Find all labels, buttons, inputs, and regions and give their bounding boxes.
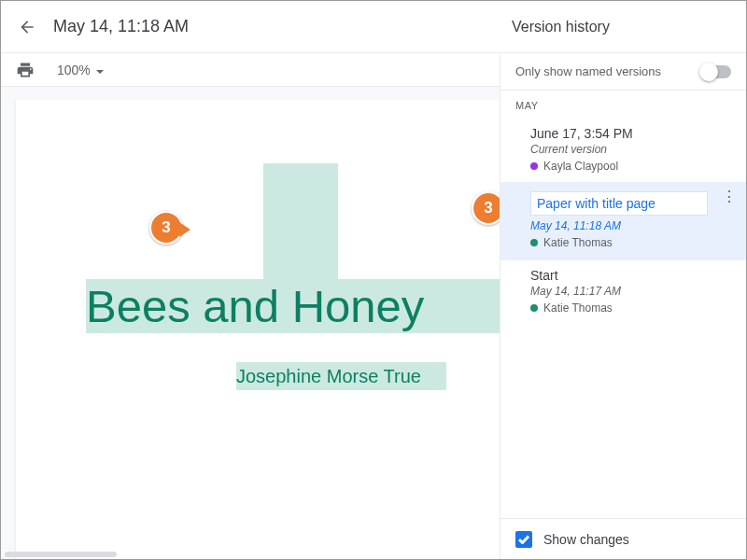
version-user: Katie Thomas (530, 301, 731, 315)
named-versions-label: Only show named versions (515, 64, 661, 78)
version-item[interactable]: June 17, 3:54 PM Current version Kayla C… (500, 119, 746, 182)
user-name: Katie Thomas (543, 236, 613, 249)
version-subtitle: May 14, 11:18 AM (530, 219, 731, 232)
change-highlight (263, 163, 338, 285)
panel-title: Version history (512, 1, 610, 53)
document-canvas: Bees and Honey Josephine Morse True (1, 87, 500, 559)
document-title: Bees and Honey (86, 279, 500, 333)
version-history-panel: Only show named versions MAY June 17, 3:… (500, 53, 746, 559)
user-name: Kayla Claypool (543, 160, 618, 173)
show-changes-bar: Show changes (500, 518, 746, 559)
version-name-input[interactable] (530, 191, 708, 216)
version-timestamp-title: May 14, 11:18 AM (53, 17, 189, 36)
user-name: Katie Thomas (543, 301, 613, 315)
zoom-value: 100% (57, 63, 91, 77)
zoom-dropdown[interactable]: 100% (57, 63, 104, 77)
back-arrow-icon[interactable] (16, 16, 38, 38)
named-versions-row: Only show named versions (500, 53, 746, 91)
version-item[interactable]: Start May 14, 11:17 AM Katie Thomas (500, 260, 746, 324)
document-subtitle: Josephine Morse True (236, 362, 421, 390)
version-item-selected[interactable]: ⋮ May 14, 11:18 AM Katie Thomas (500, 182, 746, 260)
header-bar: May 14, 11:18 AM (1, 1, 746, 53)
version-subtitle: May 14, 11:17 AM (530, 285, 731, 298)
caret-down-icon (96, 63, 104, 77)
month-label: MAY (500, 91, 746, 119)
show-changes-label: Show changes (543, 532, 629, 547)
horizontal-scrollbar[interactable] (5, 552, 117, 557)
user-color-dot (530, 304, 538, 312)
more-options-icon[interactable]: ⋮ (722, 195, 737, 199)
version-user: Katie Thomas (530, 236, 731, 249)
print-icon[interactable] (16, 61, 35, 79)
version-title: June 17, 3:54 PM (530, 126, 731, 141)
version-title: Start (530, 268, 731, 283)
show-changes-checkbox[interactable] (515, 531, 532, 548)
named-versions-toggle[interactable] (701, 65, 731, 78)
user-color-dot (530, 162, 538, 170)
document-page: Bees and Honey Josephine Morse True (16, 100, 500, 559)
version-user: Kayla Claypool (530, 160, 731, 173)
annotation-callout: 3 (149, 211, 183, 245)
user-color-dot (530, 239, 538, 246)
version-subtitle: Current version (530, 143, 731, 156)
